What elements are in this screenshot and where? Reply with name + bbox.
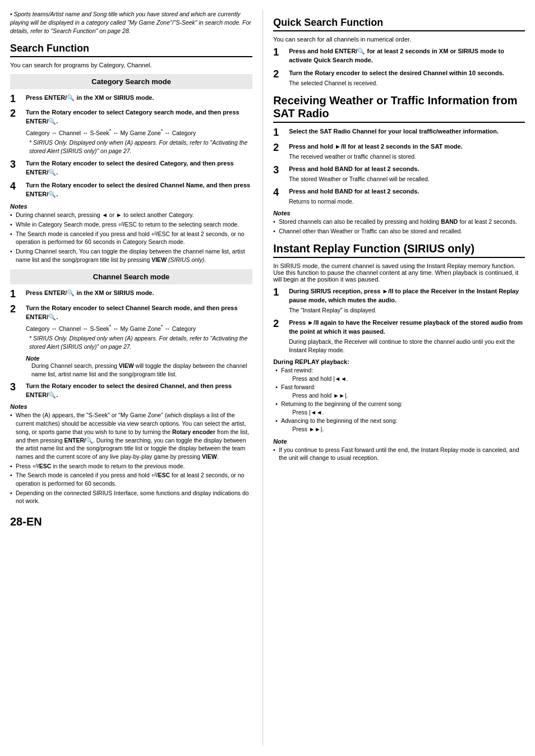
ch-step-1-content: Press ENTER/🔍 in the XM or SIRIUS mode.	[26, 289, 252, 298]
ch-step-2-note: Note During Channel search, pressing VIE…	[26, 355, 252, 378]
cat-step-2-num: 2	[10, 108, 22, 119]
wt-step-3: 3 Press and hold BAND for at least 2 sec…	[273, 165, 525, 183]
channel-search-box: Channel Search mode	[10, 269, 252, 284]
wt-step-1-num: 1	[273, 127, 285, 139]
cat-step-3: 3 Turn the Rotary encoder to select the …	[10, 159, 252, 177]
qs-step-1-content: Press and hold ENTER/🔍 for at least 2 se…	[289, 47, 525, 65]
ch-note-3: The Search mode is canceled if you press…	[10, 471, 252, 487]
cat-step-1: 1 Press ENTER/🔍 in the XM or SIRIUS mode…	[10, 94, 252, 105]
page: Sports teams/Artist name and Song title …	[0, 0, 535, 756]
replay-item-2: Fast forward: Press and hold ►►|.	[275, 383, 525, 400]
replay-item-4: Advancing to the beginning of the next s…	[275, 417, 525, 434]
category-notes: Notes During channel search, pressing ◄ …	[10, 203, 252, 264]
cat-step-4-num: 4	[10, 181, 22, 192]
ir-step-1: 1 During SIRIUS reception, press ►/II to…	[273, 287, 525, 315]
ch-note-1: When the (A) appears, the "S-Seek" or "M…	[10, 411, 252, 460]
wt-step-2: 2 Press and hold ►/II for at least 2 sec…	[273, 142, 525, 161]
category-notes-title: Notes	[10, 203, 252, 210]
wt-step-4-content: Press and hold BAND for at least 2 secon…	[289, 187, 525, 206]
replay-item-3: Returning to the beginning of the curren…	[275, 400, 525, 417]
cat-step-3-content: Turn the Rotary encoder to select the de…	[26, 159, 252, 177]
ch-step-1-num: 1	[10, 289, 22, 300]
ch-step-2: 2 Turn the Rotary encoder to select Chan…	[10, 304, 252, 351]
ch-step-3: 3 Turn the Rotary encoder to select the …	[10, 382, 252, 400]
top-bullet: Sports teams/Artist name and Song title …	[10, 10, 252, 36]
ir-step-1-content: During SIRIUS reception, press ►/II to p…	[289, 287, 525, 315]
category-search-title: Category Search mode	[16, 77, 247, 86]
cat-step-3-num: 3	[10, 159, 22, 170]
ch-step-1: 1 Press ENTER/🔍 in the XM or SIRIUS mode…	[10, 289, 252, 300]
ch-note-2: Press ⏎/ESC in the search mode to return…	[10, 462, 252, 471]
ir-step-1-num: 1	[273, 287, 285, 298]
wt-step-1: 1 Select the SAT Radio Channel for your …	[273, 127, 525, 139]
wt-step-3-sub: The stored Weather or Traffic channel wi…	[289, 175, 525, 183]
wt-step-2-sub: The received weather or traffic channel …	[289, 153, 525, 161]
cat-note-2: While in Category Search mode, press ⏎/E…	[10, 220, 252, 229]
wt-step-2-num: 2	[273, 142, 285, 154]
qs-step-1-num: 1	[273, 47, 285, 58]
ch-step-2-footnote: * SIRIUS Only. Displayed only when (A) a…	[29, 334, 252, 351]
wt-notes: Notes Stored channels can also be recall…	[273, 210, 525, 235]
cat-step-2-content: Turn the Rotary encoder to select Catego…	[26, 108, 252, 155]
wt-note-2: Channel other than Weather or Traffic ca…	[273, 227, 525, 236]
cat-step-2-arrow: Category ↔ Channel ↔ S-Seek* ↔ My Game Z…	[26, 127, 252, 137]
qs-received: The selected Channel is received.	[289, 79, 525, 87]
channel-search-notes-title: Notes	[10, 403, 252, 410]
qs-step-2: 2 Turn the Rotary encoder to select the …	[273, 69, 525, 87]
channel-notes-list: When the (A) appears, the "S-Seek" or "M…	[10, 411, 252, 505]
cat-note-3: The Search mode is canceled if you press…	[10, 230, 252, 246]
cat-step-2: 2 Turn the Rotary encoder to select Cate…	[10, 108, 252, 155]
instant-replay-title: Instant Replay Function (SIRIUS only)	[273, 242, 525, 258]
channel-search-title: Channel Search mode	[16, 273, 247, 281]
ir-step-2-content: Press ►/II again to have the Receiver re…	[289, 319, 525, 354]
channel-search-notes: Notes When the (A) appears, the "S-Seek"…	[10, 403, 252, 505]
ir-note-1: If you continue to press Fast forward un…	[273, 446, 525, 462]
category-notes-list: During channel search, pressing ◄ or ► t…	[10, 211, 252, 264]
ir-note-label: Note	[273, 438, 525, 445]
wt-step-4-num: 4	[273, 187, 285, 199]
wt-step-4-sub: Returns to normal mode.	[289, 197, 525, 206]
wt-step-2-content: Press and hold ►/II for at least 2 secon…	[289, 142, 525, 161]
wt-step-1-content: Select the SAT Radio Channel for your lo…	[289, 127, 525, 136]
wt-step-3-content: Press and hold BAND for at least 2 secon…	[289, 165, 525, 183]
ir-step-1-sub: The "Instant Replay" is displayed.	[289, 306, 525, 315]
cat-step-2-footnote: * SIRIUS Only. Displayed only when (A) a…	[29, 139, 252, 155]
qs-step-1: 1 Press and hold ENTER/🔍 for at least 2 …	[273, 47, 525, 65]
replay-item-1-sub: Press and hold |◄◄.	[281, 375, 525, 383]
wt-notes-list: Stored channels can also be recalled by …	[273, 218, 525, 235]
cat-step-1-num: 1	[10, 94, 22, 105]
right-column: Quick Search Function You can search for…	[263, 10, 525, 746]
wt-note-1: Stored channels can also be recalled by …	[273, 218, 525, 226]
ch-step-2-content: Turn the Rotary encoder to select Channe…	[26, 304, 252, 351]
category-search-box: Category Search mode	[10, 74, 252, 89]
instant-replay-intro: In SIRIUS mode, the current channel is s…	[273, 262, 525, 283]
ch-step-2-num: 2	[10, 304, 22, 315]
wt-step-4: 4 Press and hold BAND for at least 2 sec…	[273, 187, 525, 206]
replay-item-1: Fast rewind: Press and hold |◄◄.	[275, 366, 525, 383]
quick-search-title: Quick Search Function	[273, 17, 525, 31]
ch-note-4: Depending on the connected SIRIUS Interf…	[10, 489, 252, 505]
ch-step-3-content: Turn the Rotary encoder to select the de…	[26, 382, 252, 400]
ch-note-label: Note	[26, 355, 252, 362]
cat-step-1-content: Press ENTER/🔍 in the XM or SIRIUS mode.	[26, 94, 252, 103]
replay-during-label: During REPLAY playback:	[273, 358, 525, 365]
qs-step-2-num: 2	[273, 69, 285, 80]
left-column: Sports teams/Artist name and Song title …	[10, 10, 263, 746]
replay-item-3-sub: Press |◄◄.	[281, 408, 525, 417]
cat-step-4: 4 Turn the Rotary encoder to select the …	[10, 181, 252, 199]
search-function-intro: You can search for programs by Category,…	[10, 62, 252, 68]
ir-step-2-num: 2	[273, 319, 285, 330]
qs-step-2-content: Turn the Rotary encoder to select the de…	[289, 69, 525, 87]
cat-note-1: During channel search, pressing ◄ or ► t…	[10, 211, 252, 219]
ch-step-2-arrow: Category ↔ Channel ↔ S-Seek* ↔ My Game Z…	[26, 323, 252, 333]
quick-search-intro: You can search for all channels in numer…	[273, 36, 525, 43]
search-function-title: Search Function	[10, 43, 252, 57]
weather-traffic-title: Receiving Weather or Traffic Information…	[273, 94, 525, 123]
cat-step-4-content: Turn the Rotary encoder to select the de…	[26, 181, 252, 199]
ir-note-section: Note If you continue to press Fast forwa…	[273, 438, 525, 462]
ir-step-2: 2 Press ►/II again to have the Receiver …	[273, 319, 525, 354]
page-number: 28-EN	[10, 515, 252, 528]
ch-step-3-num: 3	[10, 382, 22, 393]
wt-notes-title: Notes	[273, 210, 525, 216]
ir-notes-list: If you continue to press Fast forward un…	[273, 446, 525, 462]
